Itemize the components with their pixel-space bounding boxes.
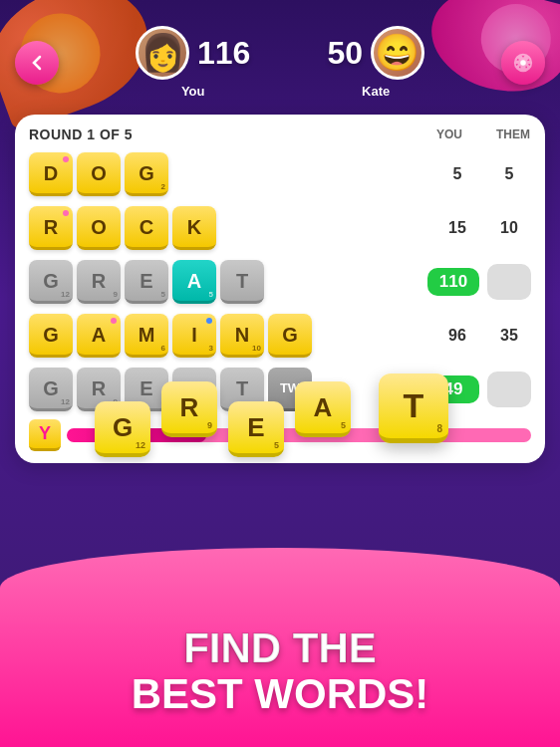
tile-O: O [77, 152, 121, 196]
tile-A-gaming: A [77, 314, 121, 358]
round-label: ROUND 1 OF 5 [29, 126, 133, 142]
dot-gaming [111, 318, 117, 324]
dot-pink [63, 156, 69, 162]
tile-O2: O [77, 206, 121, 250]
tile-R: R [29, 206, 73, 250]
float-tile-T: T 8 [379, 374, 448, 443]
tile-G-gray: G 12 [29, 260, 73, 304]
dot-pink-r [63, 210, 69, 216]
player-kate-name: Kate [362, 84, 390, 99]
tiles-rock: R O C K [29, 206, 427, 250]
score-you: 116 [197, 35, 250, 72]
tile-E-gray: E 5 [125, 260, 168, 304]
scores-rock: 15 10 [435, 219, 531, 237]
word-row-dog: D O G 2 5 5 [29, 150, 531, 198]
them-score-great1 [487, 264, 531, 300]
them-score-gaming: 35 [487, 327, 531, 345]
tile-C: C [125, 206, 168, 250]
cta-line1: FIND THE [0, 625, 560, 671]
tile-D: D [29, 152, 73, 196]
col-them: THEM [495, 127, 531, 141]
word-row-gaming: G A M 6 I 3 N 10 G 96 [29, 312, 531, 360]
tile-T-gray: T [220, 260, 264, 304]
you-score-dog: 5 [435, 165, 479, 183]
you-score-great1: 110 [427, 268, 479, 296]
tiles-dog: D O G 2 [29, 152, 427, 196]
tile-G: G 2 [125, 152, 168, 196]
tile-N-gaming: N 10 [220, 314, 264, 358]
tiles-great1: G 12 R 9 E 5 A 5 T [29, 260, 420, 304]
avatar-you [136, 26, 189, 80]
tile-M-gaming: M 6 [125, 314, 168, 358]
score-kate: 50 [327, 35, 363, 72]
settings-button[interactable] [501, 41, 545, 85]
them-score-dog: 5 [487, 165, 531, 183]
tile-G-gaming: G [29, 314, 73, 358]
score-headers: YOU THEM [431, 127, 531, 141]
scores-gaming: 96 35 [435, 327, 531, 345]
player-you-section: 116 You [136, 26, 250, 99]
dot-blue-gaming [206, 318, 212, 324]
player-you-name: You [181, 84, 205, 99]
tile-I-gaming: I 3 [172, 314, 216, 358]
header: 116 You 50 Kate [0, 0, 560, 115]
tiles-gaming: G A M 6 I 3 N 10 G [29, 314, 427, 358]
tile-R-gray: R 9 [77, 260, 121, 304]
you-score-gaming: 96 [435, 327, 479, 345]
scores-great1: 110 [427, 264, 531, 300]
floating-tiles: G 12 R 9 E 5 A 5 T 8 [0, 374, 560, 553]
cta-text: FIND THE BEST WORDS! [0, 625, 560, 717]
tile-K: K [172, 206, 216, 250]
word-row-great1: G 12 R 9 E 5 A 5 T 110 [29, 258, 531, 306]
cta-line2: BEST WORDS! [0, 671, 560, 717]
float-tile-R: R 9 [161, 381, 217, 437]
float-tile-G: G 12 [95, 401, 150, 457]
back-button[interactable] [15, 41, 59, 85]
player-kate-section: 50 Kate [327, 26, 424, 99]
word-row-rock: R O C K 15 10 [29, 204, 531, 252]
float-tile-A: A 5 [295, 381, 351, 437]
round-header: ROUND 1 OF 5 YOU THEM [29, 126, 531, 142]
float-tile-E: E 5 [228, 401, 284, 457]
them-score-rock: 10 [487, 219, 531, 237]
scores-dog: 5 5 [435, 165, 531, 183]
avatar-kate [371, 26, 424, 80]
tile-G2-gaming: G [268, 314, 312, 358]
col-you: YOU [431, 127, 467, 141]
tile-A-cyan: A 5 [172, 260, 216, 304]
you-score-rock: 15 [435, 219, 479, 237]
